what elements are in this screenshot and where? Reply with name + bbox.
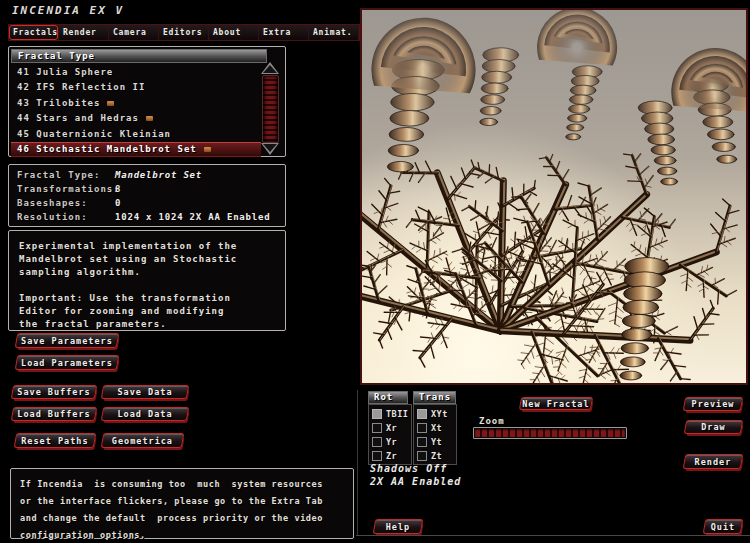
checkbox-label: XYt: [431, 409, 448, 419]
reset-paths-button[interactable]: Reset Paths: [14, 433, 97, 448]
checkbox-label: TBII: [386, 409, 408, 419]
rot-checkbox-group: TBIIXrYrZr: [368, 404, 412, 465]
checkbox-xyt[interactable]: [417, 409, 427, 419]
checkbox-label: Xr: [386, 423, 397, 433]
rot-group-header[interactable]: Rot: [368, 391, 408, 404]
scroll-down-icon[interactable]: [261, 143, 279, 155]
item-marker-icon: [146, 116, 153, 121]
fractal-type-listbox: Fractal Type 41 Julia Sphere42 IFS Refle…: [8, 46, 286, 157]
item-marker-icon: [107, 101, 114, 106]
zoom-slider-fill: [475, 429, 625, 437]
panel-divider-horizontal: [356, 535, 750, 536]
checkbox-row-tbii[interactable]: TBII: [369, 407, 411, 421]
scrollbar-thumb[interactable]: [262, 75, 279, 143]
checkbox-zr[interactable]: [372, 451, 382, 461]
draw-button[interactable]: Draw: [684, 420, 743, 434]
fractal-viewport: [360, 8, 748, 385]
checkbox-row-xt[interactable]: Xt: [414, 421, 456, 435]
list-item[interactable]: 46 Stochastic Mandelbrot Set: [11, 142, 261, 157]
list-item-label: 46 Stochastic Mandelbrot Set: [17, 144, 197, 154]
save-data-button[interactable]: Save Data: [101, 385, 189, 399]
help-button[interactable]: Help: [373, 519, 424, 534]
info-row: Resolution:1024 x 1024 2X AA Enabled: [9, 210, 285, 224]
checkbox-xr[interactable]: [372, 423, 382, 433]
panel-divider-vertical: [357, 390, 358, 535]
list-item[interactable]: 44 Stars and Hedras: [11, 111, 261, 126]
load-data-button[interactable]: Load Data: [101, 407, 189, 421]
menu-tab-editors[interactable]: Editors: [159, 25, 209, 40]
fractal-render: [362, 10, 746, 383]
incendia-window: INCENDIA EX V FractalsRenderCameraEditor…: [0, 0, 750, 543]
quit-button[interactable]: Quit: [703, 519, 744, 534]
load-parameters-button[interactable]: Load Parameters: [15, 355, 120, 370]
warning-text: If Incendia is consuming too much system…: [20, 476, 349, 543]
list-item-label: 43 Trilobites: [17, 98, 100, 108]
fractal-list: 41 Julia Sphere42 IFS Reflection II43 Tr…: [11, 65, 261, 157]
checkbox-xt[interactable]: [417, 423, 427, 433]
status-text: Shadows Off: [370, 462, 461, 475]
checkbox-label: Zr: [386, 451, 397, 461]
menu-tab-extra[interactable]: Extra: [259, 25, 309, 40]
status-text: 2X AA Enabled: [370, 475, 461, 488]
info-label: Resolution:: [17, 210, 115, 224]
list-scrollbar[interactable]: [261, 62, 279, 155]
info-value: 0: [115, 196, 121, 210]
trans-group-header[interactable]: Trans: [413, 391, 456, 404]
checkbox-label: Yt: [431, 437, 442, 447]
info-label: Transformations:: [17, 182, 115, 196]
fractal-list-header: Fractal Type: [11, 49, 267, 63]
app-title: INCENDIA EX V: [12, 4, 124, 17]
checkbox-yr[interactable]: [372, 437, 382, 447]
warning-panel: If Incendia is consuming too much system…: [10, 468, 354, 539]
preview-button[interactable]: Preview: [683, 397, 743, 411]
checkbox-zt[interactable]: [417, 451, 427, 461]
menu-tab-render[interactable]: Render: [59, 25, 109, 40]
list-item-label: 45 Quaternionic Kleinian: [17, 129, 171, 139]
render-button[interactable]: Render: [683, 454, 744, 469]
checkbox-row-yt[interactable]: Yt: [414, 435, 456, 449]
list-item[interactable]: 42 IFS Reflection II: [11, 80, 261, 95]
trans-checkbox-group: XYtXtYtZt: [413, 404, 457, 465]
menu-tab-animat[interactable]: Animat.: [309, 25, 359, 40]
info-row: Fractal Type:Mandelbrot Set: [9, 168, 285, 182]
list-item[interactable]: 43 Trilobites: [11, 96, 261, 111]
checkbox-row-yr[interactable]: Yr: [369, 435, 411, 449]
checkbox-label: Yr: [386, 437, 397, 447]
menu-bar: FractalsRenderCameraEditorsAboutExtraAni…: [8, 24, 360, 41]
checkbox-row-xyt[interactable]: XYt: [414, 407, 456, 421]
menu-tab-fractals[interactable]: Fractals: [9, 25, 59, 40]
zoom-label: Zoom: [479, 416, 505, 426]
checkbox-row-xr[interactable]: Xr: [369, 421, 411, 435]
checkbox-row-zt[interactable]: Zt: [414, 449, 456, 463]
item-marker-icon: [204, 147, 211, 152]
load-buffers-button[interactable]: Load Buffers: [11, 407, 97, 421]
list-item[interactable]: 45 Quaternionic Kleinian: [11, 127, 261, 142]
info-value: Mandelbrot Set: [115, 168, 202, 182]
menu-tab-about[interactable]: About: [209, 25, 259, 40]
fractal-info-panel: Fractal Type:Mandelbrot SetTransformatio…: [8, 164, 286, 227]
checkbox-yt[interactable]: [417, 437, 427, 447]
checkbox-label: Zt: [431, 451, 442, 461]
checkbox-label: Xt: [431, 423, 442, 433]
list-item-label: 44 Stars and Hedras: [17, 113, 139, 123]
info-label: Fractal Type:: [17, 168, 115, 182]
checkbox-row-zr[interactable]: Zr: [369, 449, 411, 463]
save-buffers-button[interactable]: Save Buffers: [11, 385, 97, 399]
render-status: Shadows Off2X AA Enabled: [370, 462, 461, 488]
new-fractal-button[interactable]: New Fractal: [519, 397, 593, 410]
list-item-label: 41 Julia Sphere: [17, 67, 113, 77]
list-item[interactable]: 41 Julia Sphere: [11, 65, 261, 80]
info-label: Baseshapes:: [17, 196, 115, 210]
description-panel: Experimental implementation of the Mande…: [8, 230, 286, 331]
info-row: Baseshapes:0: [9, 196, 285, 210]
zoom-slider[interactable]: [473, 427, 627, 439]
geometrica-button[interactable]: Geometrica: [101, 433, 185, 448]
info-value: 8: [115, 182, 121, 196]
info-value: 1024 x 1024 2X AA Enabled: [115, 210, 270, 224]
info-row: Transformations:8: [9, 182, 285, 196]
scroll-up-icon[interactable]: [261, 62, 279, 74]
list-item-label: 42 IFS Reflection II: [17, 82, 145, 92]
checkbox-tbii[interactable]: [372, 409, 382, 419]
save-parameters-button[interactable]: Save Parameters: [15, 333, 120, 348]
menu-tab-camera[interactable]: Camera: [109, 25, 159, 40]
